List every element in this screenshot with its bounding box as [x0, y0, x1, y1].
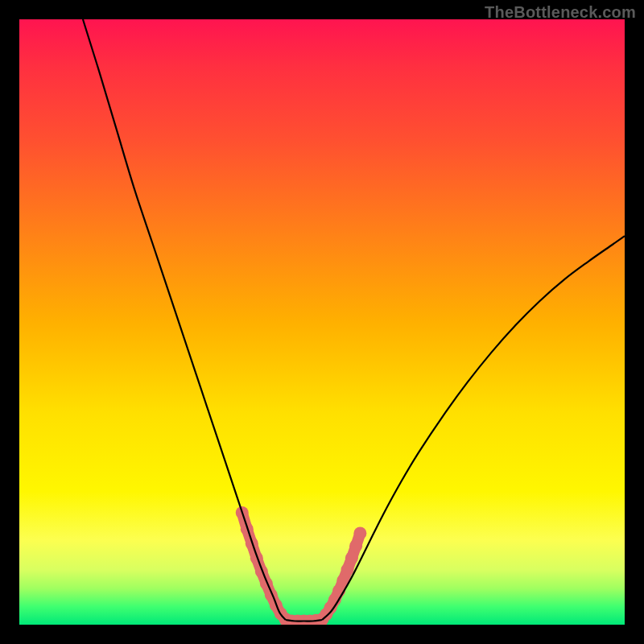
chart-stage: TheBottleneck.com [0, 0, 644, 644]
series-left-branch [83, 19, 286, 620]
series-marker [345, 551, 358, 564]
plot-area [19, 19, 625, 625]
series-marker [341, 564, 354, 576]
series-marker [349, 539, 362, 552]
watermark-label: TheBottleneck.com [485, 3, 636, 22]
series-right-branch [322, 236, 625, 620]
series-marker [353, 526, 366, 539]
chart-svg [19, 19, 625, 625]
